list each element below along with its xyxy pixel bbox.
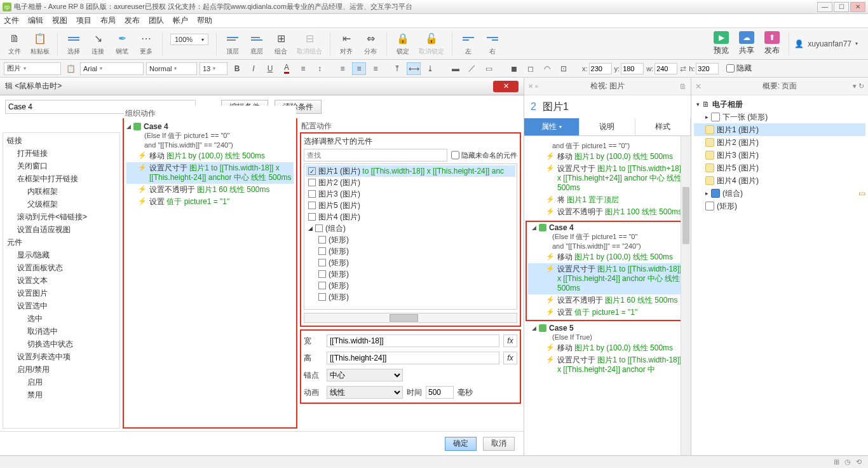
- anchor-select[interactable]: 中心: [327, 369, 403, 382]
- tab-notes[interactable]: 说明: [580, 118, 635, 135]
- ok-button[interactable]: 确定: [445, 437, 477, 451]
- tb-more[interactable]: ⋯更多: [135, 32, 157, 56]
- bold-button[interactable]: B: [230, 62, 244, 75]
- align-center-button[interactable]: ≡: [352, 62, 366, 75]
- tab-style[interactable]: 样式: [635, 118, 691, 135]
- coord-h: h:: [689, 63, 719, 74]
- obj-name: 图片1: [543, 100, 569, 114]
- time-input[interactable]: [426, 386, 454, 399]
- dialog-title: 辑 <鼠标单击时>: [5, 81, 493, 92]
- organize-actions-header: 组织动作: [124, 106, 296, 120]
- italic-button[interactable]: I: [247, 62, 261, 75]
- menu-layout[interactable]: 布局: [100, 15, 116, 26]
- tb-file[interactable]: 🗎文件: [4, 32, 25, 56]
- widget-tree[interactable]: ✓图片1 (图片) to [[This.width-18]] x [[This.…: [304, 163, 517, 310]
- inspector-vscrollbar[interactable]: [681, 136, 691, 455]
- close-button[interactable]: ✕: [850, 2, 865, 12]
- tab-properties[interactable]: 属性▾: [524, 118, 580, 135]
- outer-shadow-button[interactable]: ◼: [507, 62, 521, 75]
- fill-button[interactable]: ▬: [449, 62, 463, 75]
- tb-bottom[interactable]: 底层: [246, 32, 268, 56]
- inspector-body[interactable]: and 值于 picture1 == "0") ⚡移动 图片1 by (100,…: [524, 136, 691, 455]
- coord-x: x:: [582, 63, 612, 74]
- menu-account[interactable]: 帐户: [173, 15, 188, 26]
- border-button[interactable]: ▭: [482, 62, 496, 75]
- menu-file[interactable]: 文件: [4, 15, 19, 26]
- tb-lock[interactable]: 🔒锁定: [392, 32, 414, 56]
- height-input[interactable]: [327, 352, 499, 364]
- width-fx-button[interactable]: fx: [503, 334, 517, 347]
- filter-icon[interactable]: ▾ ↻: [853, 82, 864, 90]
- cancel-button[interactable]: 取消: [483, 437, 515, 451]
- lock-aspect-icon[interactable]: ⇄: [680, 64, 686, 73]
- menu-view[interactable]: 视图: [52, 15, 67, 26]
- minimize-button[interactable]: —: [817, 2, 832, 12]
- organize-actions-list[interactable]: ◢Case 4 (Else If 值于 picture1 == "0" and …: [124, 120, 296, 427]
- inner-shadow-button[interactable]: ◻: [524, 62, 538, 75]
- tb-right[interactable]: 右: [482, 32, 503, 56]
- tb-paste[interactable]: 📋粘贴板: [28, 32, 52, 56]
- inspector-title: 检视: 图片: [590, 81, 625, 92]
- tb-connect[interactable]: ↘连接: [87, 32, 109, 56]
- valign-middle-button[interactable]: ⟷: [407, 62, 421, 75]
- dialog-close-button[interactable]: ✕: [493, 81, 519, 92]
- hidden-checkbox[interactable]: 隐藏: [726, 63, 752, 74]
- case-editor-dialog: 辑 <鼠标单击时> ✕ 编辑条件 清除条件 . 链接 打开链接 关闭窗口 在框架…: [0, 78, 524, 455]
- font-size-combo[interactable]: 13▾: [200, 62, 227, 75]
- element-type-combo[interactable]: 图片▾: [4, 62, 61, 75]
- menu-help[interactable]: 帮助: [197, 15, 212, 26]
- tb-select[interactable]: 选择: [63, 32, 85, 56]
- menu-publish[interactable]: 发布: [125, 15, 140, 26]
- cfg-search-input[interactable]: [304, 149, 447, 162]
- corner-radius-button[interactable]: ◠: [540, 62, 554, 75]
- tree-hscrollbar[interactable]: [304, 313, 517, 323]
- height-fx-button[interactable]: fx: [503, 352, 517, 364]
- paste-style-icon[interactable]: 📋: [64, 62, 78, 75]
- padding-button[interactable]: ⊡: [557, 62, 571, 75]
- maximize-button[interactable]: ☐: [834, 2, 849, 12]
- panel-doc-icon[interactable]: 🗎: [679, 82, 687, 91]
- outline-close-icon[interactable]: ✕: [695, 82, 702, 91]
- tb-ungroup[interactable]: ⊟取消组合: [294, 32, 325, 56]
- tb-publish[interactable]: ⬆发布: [761, 31, 783, 56]
- width-input[interactable]: [327, 334, 499, 347]
- bullet-button[interactable]: ≡: [296, 62, 310, 75]
- status-icon3[interactable]: ⟲: [856, 458, 862, 466]
- tb-distribute[interactable]: ⇔分布: [360, 32, 381, 56]
- line-button[interactable]: ／: [465, 62, 479, 75]
- y-input[interactable]: [621, 63, 644, 74]
- tb-top[interactable]: 顶层: [222, 32, 243, 56]
- outline-tree[interactable]: ▾🗎电子相册 ▸下一张 (矩形) 图片1 (图片) 图片2 (图片) 图片3 (…: [691, 95, 868, 455]
- valign-bottom-button[interactable]: ⤓: [423, 62, 437, 75]
- tb-group[interactable]: ⊞组合: [270, 32, 292, 56]
- font-combo[interactable]: Arial▾: [80, 62, 144, 75]
- tb-align[interactable]: ⇤对齐: [336, 32, 357, 56]
- underline-button[interactable]: U: [263, 62, 277, 75]
- cfg-title: 选择调整尺寸的元件: [304, 136, 517, 147]
- menu-project[interactable]: 项目: [76, 15, 92, 26]
- tb-left[interactable]: 左: [458, 32, 479, 56]
- tb-pen[interactable]: ✒钢笔: [111, 32, 133, 56]
- x-input[interactable]: [589, 63, 612, 74]
- font-color-button[interactable]: A: [280, 62, 294, 75]
- tb-unlock[interactable]: 🔓取消锁定: [416, 32, 447, 56]
- status-icon2[interactable]: ◷: [844, 458, 851, 466]
- tb-zoom[interactable]: 100%▾100%: [168, 34, 211, 53]
- font-weight-combo[interactable]: Normal▾: [146, 62, 197, 75]
- menu-team[interactable]: 团队: [149, 15, 164, 26]
- line-spacing-button[interactable]: ↕: [313, 62, 327, 75]
- hide-unnamed-checkbox[interactable]: 隐藏未命名的元件: [451, 149, 517, 162]
- status-icon[interactable]: ⊞: [834, 458, 839, 466]
- tb-preview[interactable]: ▶预览: [710, 31, 733, 56]
- action-library[interactable]: 链接 打开链接 关闭窗口 在框架中打开链接 内联框架 父级框架 滚动到元件<锚链…: [3, 132, 120, 429]
- h-input[interactable]: [696, 63, 719, 74]
- user-menu[interactable]: 👤xuyuanfan77▾: [794, 39, 864, 48]
- anim-select[interactable]: 线性: [327, 386, 403, 399]
- align-right-button[interactable]: ≡: [369, 62, 383, 75]
- panel-close-icon[interactable]: ✕ «: [528, 83, 538, 90]
- menu-edit[interactable]: 编辑: [28, 15, 43, 26]
- valign-top-button[interactable]: ⤒: [390, 62, 404, 75]
- align-left-button[interactable]: ≡: [336, 62, 349, 75]
- w-input[interactable]: [654, 63, 677, 74]
- tb-share[interactable]: ☁共享: [735, 31, 758, 56]
